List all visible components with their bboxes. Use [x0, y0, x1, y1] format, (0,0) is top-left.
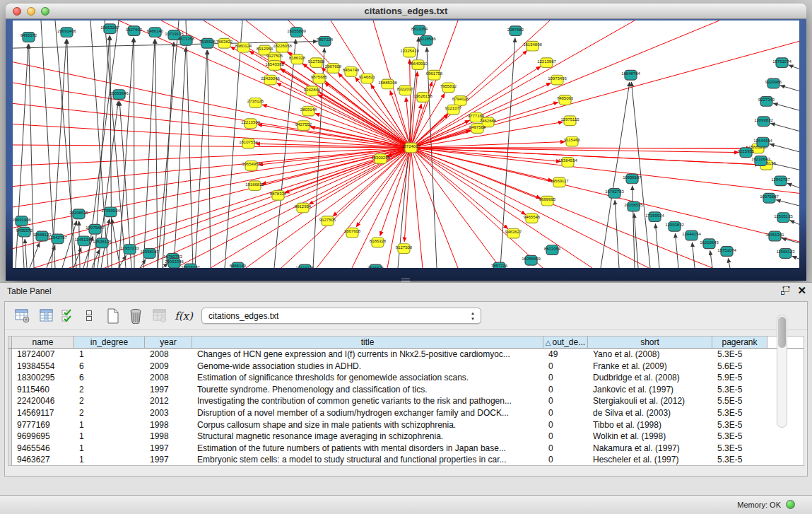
graph-node-8813054[interactable]: 8813054 — [544, 245, 561, 255]
cell-in_degree[interactable]: 2 — [74, 407, 145, 419]
graph-node-7663822[interactable]: 7663822 — [216, 38, 233, 48]
cell-short[interactable]: de Silva et al. (2003) — [588, 407, 712, 419]
citation-edge-black[interactable] — [119, 101, 131, 268]
citation-edge-black[interactable] — [52, 39, 66, 268]
window-titlebar[interactable]: citations_edges.txt — [6, 4, 806, 19]
cell-year[interactable]: 2009 — [145, 361, 192, 373]
graph-node-10975887[interactable]: 10975887 — [760, 193, 779, 203]
cell-name[interactable]: 18724007 — [12, 349, 74, 361]
cell-year[interactable]: 1997 — [145, 454, 192, 466]
citation-edge-red[interactable] — [13, 124, 411, 148]
function-builder-icon[interactable]: f(x) — [175, 307, 193, 325]
graph-node-7857224[interactable]: 7857224 — [491, 262, 508, 268]
cell-name[interactable]: 9115460 — [12, 384, 74, 396]
graph-node-6794028[interactable]: 6794028 — [452, 96, 469, 106]
cell-title[interactable]: Structural magnetic resonance image aver… — [192, 431, 543, 443]
graph-node-6466140[interactable]: 6466140 — [147, 28, 164, 37]
cell-pagerank[interactable]: 5.3E-5 — [712, 431, 767, 443]
graph-node-12093832[interactable]: 12093832 — [754, 117, 773, 127]
citation-edge-black[interactable] — [692, 243, 695, 268]
cell-pagerank[interactable]: 5.3E-5 — [712, 407, 767, 419]
table-row[interactable]: 1872400712008Changes of HCN gene express… — [8, 349, 804, 361]
cell-name[interactable]: 9699695 — [12, 431, 74, 443]
column-header-out_de[interactable]: △out_de... — [543, 337, 588, 348]
citation-edge-black[interactable] — [770, 144, 799, 152]
graph-node-19218586[interactable]: 19218586 — [417, 36, 436, 46]
citation-edge-black[interactable] — [787, 183, 799, 187]
graph-node-8186328[interactable]: 8186328 — [370, 238, 387, 247]
citation-edge-black[interactable] — [163, 42, 174, 268]
graph-node-16648784[interactable]: 16648784 — [621, 70, 640, 80]
cell-in_degree[interactable]: 6 — [74, 372, 145, 384]
graph-node-20053346[interactable]: 20053346 — [110, 90, 129, 100]
graph-node-8813054[interactable]: 8813054 — [411, 25, 428, 35]
graph-node-10653287[interactable]: 10653287 — [100, 24, 119, 34]
citation-edge-red[interactable] — [411, 148, 508, 229]
graph-node-10653287[interactable]: 10653287 — [181, 264, 200, 268]
close-panel-icon[interactable]: ✕ — [797, 285, 806, 296]
table-row[interactable]: 977716911998Corpus callosum shape and si… — [8, 419, 804, 431]
citation-edge-red[interactable] — [13, 83, 411, 148]
column-header-short[interactable]: short — [588, 337, 712, 348]
column-header-year[interactable]: year — [145, 337, 192, 348]
cell-pagerank[interactable]: 5.3E-5 — [712, 384, 767, 396]
cell-short[interactable]: Hescheler et al. (1997) — [588, 454, 712, 466]
citation-edge-red[interactable] — [317, 148, 411, 268]
cell-short[interactable]: Tibbo et al. (1998) — [588, 419, 712, 431]
cell-in_degree[interactable]: 2 — [74, 395, 145, 407]
cell-in_degree[interactable]: 1 — [74, 419, 145, 431]
cell-year[interactable]: 1997 — [145, 443, 192, 455]
graph-node-8454749[interactable]: 8454749 — [343, 67, 360, 77]
cell-pagerank[interactable]: 5.6E-5 — [712, 361, 767, 373]
citation-edge-red[interactable] — [262, 105, 411, 148]
cell-in_degree[interactable]: 1 — [74, 349, 145, 361]
graph-node-9146821[interactable]: 9146821 — [359, 74, 375, 83]
graph-node-9463627[interactable]: 9463627 — [505, 228, 522, 238]
graph-node-20691406[interactable]: 20691406 — [57, 28, 76, 37]
graph-node-16640910[interactable]: 16640910 — [408, 60, 428, 70]
delete-table-icon[interactable] — [151, 307, 169, 325]
citation-edge-black[interactable] — [67, 39, 73, 268]
graph-node-2087682[interactable]: 2087682 — [507, 26, 524, 36]
cell-short[interactable]: Dudbridge et al. (2008) — [588, 372, 712, 384]
citation-edge-red[interactable] — [411, 21, 720, 148]
network-canvas[interactable]: 1872400776638228960124891295418226058912… — [13, 21, 799, 268]
citation-edge-red[interactable] — [246, 148, 411, 268]
graph-node-6961758[interactable]: 6961758 — [426, 70, 443, 80]
citation-edge-red[interactable] — [411, 148, 543, 268]
graph-node-1527602[interactable]: 1527602 — [126, 26, 142, 36]
citation-edge-red[interactable] — [140, 148, 411, 268]
cell-out_de[interactable]: 0 — [543, 372, 588, 384]
graph-node-17957233[interactable]: 17957233 — [120, 245, 139, 255]
citation-edge-black[interactable] — [195, 50, 207, 268]
citation-edge-black[interactable] — [675, 233, 678, 268]
cell-year[interactable]: 1998 — [145, 419, 192, 431]
table-row[interactable]: 1830029562008Estimation of significance … — [8, 372, 804, 384]
graph-node-7515526[interactable]: 7515526 — [199, 38, 216, 48]
table-select-dropdown[interactable]: citations_edges.txt ▲▼ — [201, 308, 481, 324]
graph-node-13626158[interactable]: 13626158 — [413, 93, 433, 103]
citation-edge-black[interactable] — [789, 65, 799, 69]
citation-edge-red[interactable] — [411, 148, 459, 268]
graph-node-16782753[interactable]: 16782753 — [605, 189, 624, 199]
graph-node-16154808[interactable]: 16154808 — [523, 41, 542, 51]
graph-node-9127508[interactable]: 9127508 — [396, 244, 413, 254]
cell-name[interactable]: 14569117 — [12, 407, 74, 419]
cell-year[interactable]: 2008 — [145, 372, 192, 384]
citation-edge-black[interactable] — [186, 21, 193, 268]
citation-edge-black[interactable] — [776, 200, 799, 206]
cell-title[interactable]: Genome-wide association studies in ADHD. — [192, 361, 543, 373]
graph-node-2718126[interactable]: 2718126 — [247, 98, 264, 107]
graph-node-9127505[interactable]: 9127505 — [319, 216, 336, 226]
graph-node-8878334[interactable]: 8878334 — [270, 191, 287, 201]
citation-edge-black[interactable] — [632, 186, 635, 268]
graph-node-9115460[interactable]: 9115460 — [564, 136, 581, 146]
graph-node-12213303[interactable]: 12213303 — [241, 119, 260, 129]
graph-node-9427552[interactable]: 9427552 — [295, 121, 312, 131]
graph-node-7955812[interactable]: 7955812 — [440, 83, 457, 93]
citation-edge-black[interactable] — [119, 37, 134, 268]
cell-year[interactable]: 2012 — [145, 395, 192, 407]
graph-node-9329966[interactable]: 9329966 — [765, 78, 782, 88]
graph-node-15885208[interactable]: 15885208 — [378, 79, 397, 89]
column-header-pagerank[interactable]: pagerank — [712, 337, 767, 348]
